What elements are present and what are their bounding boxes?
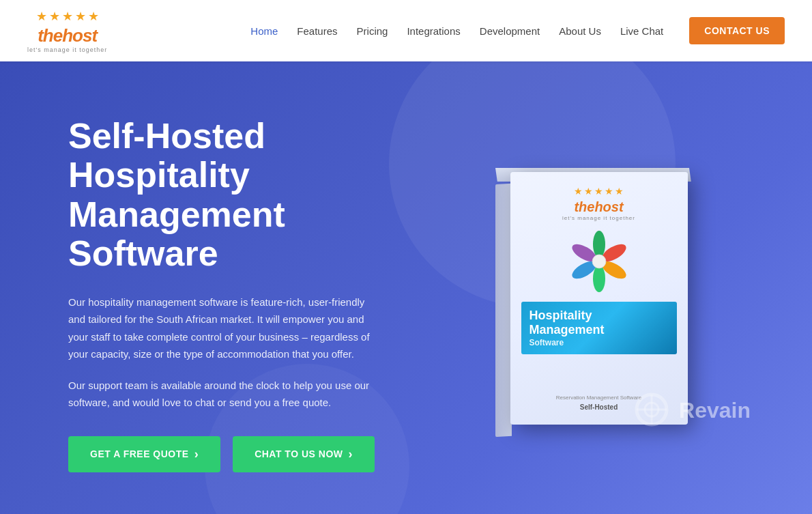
- logo[interactable]: ★ ★ ★ ★ ★ thehost let's manage it togeth…: [27, 9, 107, 53]
- star-icon: ★: [62, 9, 73, 24]
- nav-home[interactable]: Home: [250, 25, 278, 37]
- band-title: Hospitality Management: [530, 309, 669, 338]
- logo-stars: ★ ★ ★ ★ ★: [36, 9, 99, 24]
- box-star-icon: ★: [584, 186, 593, 197]
- box-wheel: [568, 231, 630, 292]
- logo-brand: thehost: [38, 25, 97, 46]
- hero-image: ★ ★ ★ ★ ★ thehost let's manage it togeth…: [413, 152, 757, 438]
- svg-point-4: [593, 265, 605, 292]
- box-star-icon: ★: [594, 186, 603, 197]
- logo-suffix: host: [62, 25, 97, 46]
- box-star-icon: ★: [574, 186, 583, 197]
- nav-pricing[interactable]: Pricing: [357, 25, 388, 37]
- logo-tagline: let's manage it together: [27, 46, 107, 53]
- hero-title: Self-Hosted Hospitality Management Softw…: [68, 117, 413, 273]
- get-quote-button[interactable]: GET A FREE QUOTE ›: [68, 436, 220, 472]
- nav-integrations[interactable]: Integrations: [407, 25, 460, 37]
- star-icon: ★: [49, 9, 60, 24]
- nav-development[interactable]: Development: [480, 25, 540, 37]
- contact-button[interactable]: CONTACT US: [689, 17, 785, 44]
- svg-point-7: [592, 255, 606, 268]
- hero-buttons: GET A FREE QUOTE › CHAT TO US NOW ›: [68, 436, 413, 472]
- box-brand-suffix: host: [594, 199, 623, 214]
- hero-section: Self-Hosted Hospitality Management Softw…: [0, 61, 812, 514]
- get-quote-label: GET A FREE QUOTE: [90, 448, 189, 459]
- box-tagline: let's manage it together: [562, 215, 635, 221]
- box-logo: ★ ★ ★ ★ ★ thehost let's manage it togeth…: [521, 186, 677, 221]
- hero-description-1: Our hospitality management software is f…: [68, 294, 382, 363]
- box-star-icon: ★: [615, 186, 624, 197]
- star-icon: ★: [88, 9, 99, 24]
- revain-text: Revain: [679, 398, 751, 423]
- nav-features[interactable]: Features: [297, 25, 337, 37]
- box-selfhosted: Self-Hosted: [580, 403, 618, 411]
- main-nav: Home Features Pricing Integrations Devel…: [250, 17, 785, 44]
- revain-badge: Revain: [633, 390, 751, 431]
- revain-icon: [633, 390, 673, 431]
- box-brand-prefix: the: [574, 199, 594, 214]
- hero-description-2: Our support team is available around the…: [68, 377, 382, 412]
- box-star-icon: ★: [605, 186, 613, 197]
- box-front: ★ ★ ★ ★ ★ thehost let's manage it togeth…: [510, 172, 688, 425]
- box-stars: ★ ★ ★ ★ ★: [574, 186, 624, 197]
- band-subtitle: Software: [530, 338, 669, 347]
- nav-about[interactable]: About Us: [559, 25, 601, 37]
- svg-point-1: [593, 231, 605, 258]
- logo-prefix: the: [38, 25, 62, 46]
- star-icon: ★: [36, 9, 47, 24]
- star-icon: ★: [75, 9, 86, 24]
- box-blue-band: Hospitality Management Software: [521, 302, 677, 354]
- nav-live-chat[interactable]: Live Chat: [620, 25, 663, 37]
- header: ★ ★ ★ ★ ★ thehost let's manage it togeth…: [0, 0, 812, 61]
- box-side: [495, 183, 512, 436]
- arrow-icon: ›: [194, 447, 199, 461]
- chat-label: CHAT TO US NOW: [255, 448, 343, 459]
- arrow-icon: ›: [349, 447, 353, 461]
- box-brand: thehost: [574, 199, 623, 215]
- chat-button[interactable]: CHAT TO US NOW ›: [233, 436, 375, 472]
- hero-content: Self-Hosted Hospitality Management Softw…: [68, 117, 413, 472]
